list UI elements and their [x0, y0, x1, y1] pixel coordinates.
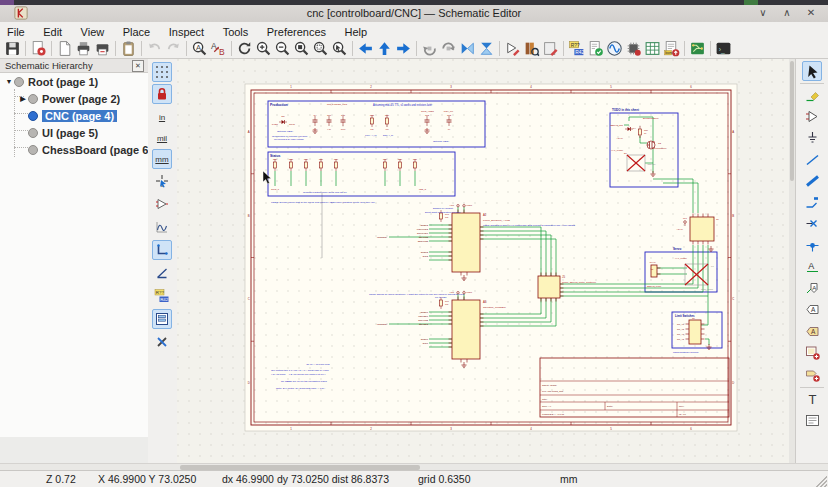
units-inches-button[interactable]: in — [152, 107, 172, 127]
annotate-button[interactable]: R??R42 — [567, 39, 586, 58]
mirror-vertical-button[interactable] — [458, 39, 477, 58]
hierarchy-navigator-button[interactable] — [152, 309, 172, 329]
menu-edit[interactable]: Edit — [36, 25, 69, 39]
paste-button[interactable] — [119, 39, 138, 58]
annotate-auto-button[interactable]: R??R42 — [152, 286, 172, 306]
footprint-editor-button[interactable] — [541, 39, 560, 58]
rotate-cw-button[interactable] — [439, 39, 458, 58]
mirror-horizontal-button[interactable] — [477, 39, 496, 58]
hierarchy-item-power[interactable]: ▶ Power (page 2) — [18, 91, 120, 106]
nav-forward-button[interactable] — [394, 39, 413, 58]
zoom-fit-button[interactable] — [292, 39, 311, 58]
library-browser-button[interactable] — [522, 39, 541, 58]
title-bar[interactable]: cnc [controlboard/CNC] — Schematic Edito… — [0, 5, 828, 23]
find-button[interactable]: A — [190, 39, 209, 58]
symbol-fields-table-button[interactable] — [643, 39, 662, 58]
zoom-objects-button[interactable] — [311, 39, 330, 58]
erc-button[interactable] — [586, 39, 605, 58]
simulation-probe-button[interactable] — [152, 217, 172, 237]
find-replace-button[interactable]: AB — [209, 39, 228, 58]
print-button[interactable] — [74, 39, 93, 58]
hierarchy-item-label: Root (page 1) — [28, 76, 98, 88]
expander-icon[interactable]: ▶ — [18, 95, 28, 103]
menu-file[interactable]: File — [0, 25, 32, 39]
units-mm-button[interactable]: mm — [152, 149, 172, 169]
scripting-console-button[interactable]: ›_ — [714, 39, 733, 58]
page-settings-button[interactable] — [55, 39, 74, 58]
hierarchical-sheet-tool-button[interactable] — [802, 343, 822, 363]
menu-preferences[interactable]: Preferences — [260, 25, 333, 39]
refresh-button[interactable] — [235, 39, 254, 58]
units-mils-button[interactable]: mil — [152, 128, 172, 148]
highlight-net-tool-button[interactable] — [802, 85, 822, 105]
menu-view[interactable]: View — [74, 25, 112, 39]
save-button[interactable] — [3, 39, 22, 58]
import-sheet-pin-tool-button[interactable] — [802, 364, 822, 384]
schematic-text: MS1/PFD2 — [417, 228, 429, 230]
undo-button[interactable] — [145, 39, 164, 58]
zoom-in-button[interactable] — [254, 39, 273, 58]
global-label-tool-button[interactable]: A — [802, 300, 822, 320]
any-angle-wire-mode-button[interactable] — [152, 263, 172, 283]
place-symbol-tool-button[interactable] — [802, 106, 822, 126]
wire-to-bus-entry-tool-button[interactable] — [802, 192, 822, 212]
schematic-text: TODO in this sheet — [612, 108, 639, 112]
frame-zone-label: B — [248, 214, 250, 218]
grid-toggle-button[interactable] — [152, 62, 172, 82]
no-connect-tool-button[interactable] — [802, 214, 822, 234]
schematic-setup-button[interactable] — [29, 39, 48, 58]
hierarchy-item-cnc[interactable]: CNC (page 4) — [28, 108, 117, 123]
erc-markers-button[interactable] — [152, 194, 172, 214]
edit-symbol-button[interactable] — [503, 39, 522, 58]
title-block-text: File: cnc.kicad_sch — [542, 390, 564, 393]
schematic-text: StepStick_TMC2209 — [483, 306, 507, 309]
main-toolbar: A AB R??R42 bom ›_ — [0, 38, 828, 59]
resize-grip-icon[interactable] — [814, 474, 827, 487]
panel-header[interactable]: Schematic Hierarchy ✕ — [0, 59, 148, 73]
draw-bus-tool-button[interactable] — [802, 171, 822, 191]
text-box-tool-button[interactable] — [802, 411, 822, 431]
resistor — [414, 162, 417, 168]
schematic-text: A1 — [483, 213, 487, 217]
redo-button[interactable] — [164, 39, 183, 58]
bom-button[interactable]: bom — [662, 39, 681, 58]
text-tool-button[interactable]: T — [802, 389, 822, 409]
hierarchy-item-chessboard[interactable]: ChessBoard (page 6) — [28, 142, 152, 157]
place-junction-tool-button[interactable] — [802, 235, 822, 255]
menu-help[interactable]: Help — [338, 25, 375, 39]
plot-button[interactable] — [93, 39, 112, 58]
menu-tools[interactable]: Tools — [216, 25, 256, 39]
scrollbar-thumb[interactable] — [790, 61, 794, 181]
hierarchical-label-tool-button[interactable]: A — [802, 321, 822, 341]
nav-back-button[interactable] — [356, 39, 375, 58]
rotate-ccw-button[interactable] — [420, 39, 439, 58]
lock-button[interactable] — [152, 84, 172, 104]
crosshair-cursor-button[interactable] — [152, 171, 172, 191]
close-button[interactable]: ✕ — [802, 6, 820, 20]
schematic-text: VCC — [450, 204, 455, 206]
hierarchy-item-root[interactable]: ▼ Root (page 1) — [4, 74, 98, 89]
menu-inspect[interactable]: Inspect — [162, 25, 211, 39]
zoom-out-button[interactable] — [273, 39, 292, 58]
assign-footprints-button[interactable] — [624, 39, 643, 58]
net-class-directive-tool-button[interactable]: A — [802, 278, 822, 298]
status-zoom: Z 0.72 — [46, 473, 76, 485]
panel-close-icon[interactable]: ✕ — [132, 60, 144, 72]
hierarchy-item-ui[interactable]: UI (page 5) — [28, 125, 98, 140]
draw-wire-tool-button[interactable] — [802, 149, 822, 169]
properties-tools-button[interactable] — [152, 332, 172, 352]
schematic-text: [CS/SDO] — [377, 323, 387, 325]
maximize-button[interactable]: ∧ — [778, 6, 796, 20]
minimize-button[interactable]: ∨ — [754, 6, 772, 20]
menu-place[interactable]: Place — [116, 25, 158, 39]
open-pcb-editor-button[interactable] — [688, 39, 707, 58]
place-power-port-tool-button[interactable] — [802, 128, 822, 148]
simulator-button[interactable] — [605, 39, 624, 58]
hv-wire-mode-button[interactable] — [152, 240, 172, 260]
expander-icon[interactable]: ▼ — [4, 78, 14, 85]
schematic-canvas[interactable]: 112233445566AABBCCDDSheet: /CNC/File: cn… — [177, 59, 789, 463]
net-label-tool-button[interactable]: A — [802, 257, 822, 277]
zoom-selection-button[interactable] — [330, 39, 349, 58]
nav-up-sheet-button[interactable] — [375, 39, 394, 58]
select-tool-button[interactable] — [802, 61, 822, 81]
